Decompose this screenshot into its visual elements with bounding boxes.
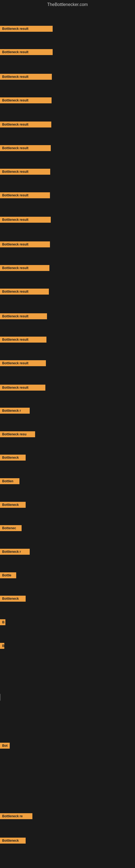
bar-item-9: Bottleneck result [0, 241, 50, 247]
bar-label-1: Bottleneck result [0, 49, 53, 55]
bar-item-5: Bottleneck result [0, 145, 51, 151]
bar-item-30: Bottleneck [0, 838, 26, 844]
bar-label-9: Bottleneck result [0, 241, 50, 247]
site-title: TheBottlenecker.com [0, 0, 135, 10]
bar-item-22: Bottleneck r [0, 549, 30, 555]
bar-item-11: Bottleneck result [0, 289, 49, 294]
bar-label-14: Bottleneck result [0, 360, 46, 366]
chart-container: Bottleneck resultBottleneck resultBottle… [0, 10, 135, 865]
bar-label-20: Bottleneck [0, 502, 26, 508]
bar-label-12: Bottleneck result [0, 313, 47, 319]
bar-label-28: Bot [0, 743, 10, 749]
bar-label-6: Bottleneck result [0, 169, 50, 175]
bar-item-19: Bottlen [0, 478, 19, 484]
bar-item-17: Bottleneck resu [0, 431, 35, 437]
bar-item-29: Bottleneck re [0, 813, 32, 819]
bar-item-14: Bottleneck result [0, 360, 46, 366]
bar-item-12: Bottleneck result [0, 313, 47, 319]
bar-label-19: Bottlen [0, 478, 19, 484]
bar-label-8: Bottleneck result [0, 217, 51, 223]
bar-label-23: Bottle [0, 572, 16, 578]
bar-label-11: Bottleneck result [0, 289, 49, 294]
bar-label-16: Bottleneck r [0, 408, 30, 414]
bar-label-4: Bottleneck result [0, 122, 51, 127]
bar-label-25: B [0, 619, 5, 625]
bar-item-8: Bottleneck result [0, 217, 51, 223]
bar-item-26: B [0, 643, 4, 649]
bar-label-2: Bottleneck result [0, 74, 52, 80]
bar-item-6: Bottleneck result [0, 169, 50, 175]
bar-label-7: Bottleneck result [0, 192, 50, 198]
bar-label-18: Bottleneck [0, 455, 26, 461]
bar-item-0: Bottleneck result [0, 26, 53, 32]
bar-item-21: Bottenec [0, 525, 21, 531]
bar-item-28: Bot [0, 743, 10, 749]
bar-item-10: Bottleneck result [0, 265, 49, 271]
bar-item-7: Bottleneck result [0, 192, 50, 198]
bar-item-23: Bottle [0, 572, 16, 578]
bar-item-13: Bottleneck result [0, 337, 46, 343]
bar-label-21: Bottenec [0, 525, 21, 531]
bar-label-26: B [0, 643, 4, 649]
bar-item-20: Bottleneck [0, 502, 26, 508]
bar-label-30: Bottleneck [0, 838, 26, 844]
bar-label-13: Bottleneck result [0, 337, 46, 343]
bar-item-24: Bottleneck [0, 596, 26, 601]
bar-label-24: Bottleneck [0, 596, 26, 601]
bar-label-5: Bottleneck result [0, 145, 51, 151]
bar-item-4: Bottleneck result [0, 122, 51, 127]
bar-label-22: Bottleneck r [0, 549, 30, 555]
bar-label-0: Bottleneck result [0, 26, 53, 32]
bar-item-18: Bottleneck [0, 455, 26, 461]
bar-label-15: Bottleneck result [0, 384, 45, 391]
bar-item-1: Bottleneck result [0, 49, 53, 55]
bar-item-25: B [0, 619, 5, 625]
bar-label-29: Bottleneck re [0, 813, 32, 819]
bar-label-3: Bottleneck result [0, 97, 52, 103]
bar-item-2: Bottleneck result [0, 74, 52, 80]
bar-item-15: Bottleneck result [0, 384, 45, 391]
bar-item-3: Bottleneck result [0, 97, 52, 103]
bar-label-17: Bottleneck resu [0, 431, 35, 437]
bar-label-10: Bottleneck result [0, 265, 49, 271]
bar-indicator-27 [0, 694, 1, 701]
bar-item-16: Bottleneck r [0, 408, 30, 414]
